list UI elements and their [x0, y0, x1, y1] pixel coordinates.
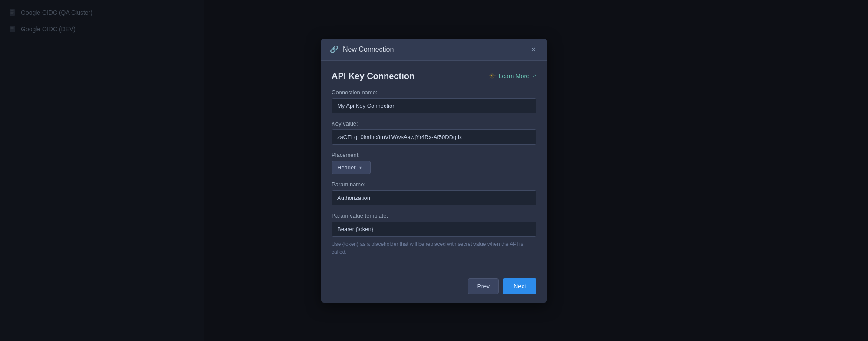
modal-footer: Prev Next — [321, 271, 547, 303]
modal-header: 🔗 New Connection × — [321, 39, 547, 61]
placement-label: Placement: — [332, 152, 536, 158]
prev-button[interactable]: Prev — [468, 278, 499, 294]
param-value-template-label: Param value template: — [332, 212, 536, 219]
connection-name-label: Connection name: — [332, 89, 536, 96]
helper-text: Use {token} as a placeholder that will b… — [332, 240, 536, 256]
connection-name-group: Connection name: — [332, 89, 536, 113]
key-value-label: Key value: — [332, 120, 536, 127]
close-button[interactable]: × — [528, 45, 538, 54]
link-icon: 🔗 — [330, 45, 339, 53]
key-value-input[interactable] — [332, 129, 536, 145]
param-name-label: Param name: — [332, 181, 536, 188]
modal-section-title-row: API Key Connection 🎓 Learn More ↗ — [332, 71, 536, 81]
learn-more-link[interactable]: 🎓 Learn More ↗ — [488, 73, 536, 79]
param-value-template-group: Param value template: Use {token} as a p… — [332, 212, 536, 256]
placement-dropdown-wrapper: Header ▾ — [332, 161, 371, 174]
param-name-input[interactable] — [332, 190, 536, 205]
section-title: API Key Connection — [332, 71, 414, 81]
chevron-down-icon: ▾ — [359, 165, 362, 170]
connection-name-input[interactable] — [332, 98, 536, 113]
key-value-group: Key value: — [332, 120, 536, 145]
next-button[interactable]: Next — [503, 278, 536, 294]
new-connection-modal: 🔗 New Connection × API Key Connection 🎓 … — [321, 39, 547, 303]
modal-title-wrapper: 🔗 New Connection — [330, 45, 394, 53]
placement-dropdown[interactable]: Header ▾ — [332, 161, 371, 174]
modal-title: New Connection — [343, 46, 394, 53]
placement-value: Header — [337, 164, 356, 171]
placement-group: Placement: Header ▾ — [332, 152, 536, 174]
param-name-group: Param name: — [332, 181, 536, 205]
param-value-template-input[interactable] — [332, 222, 536, 237]
external-link-icon: ↗ — [532, 73, 536, 79]
learn-more-icon: 🎓 — [488, 73, 496, 79]
learn-more-label: Learn More — [498, 73, 529, 79]
modal-body: API Key Connection 🎓 Learn More ↗ Connec… — [321, 61, 547, 271]
